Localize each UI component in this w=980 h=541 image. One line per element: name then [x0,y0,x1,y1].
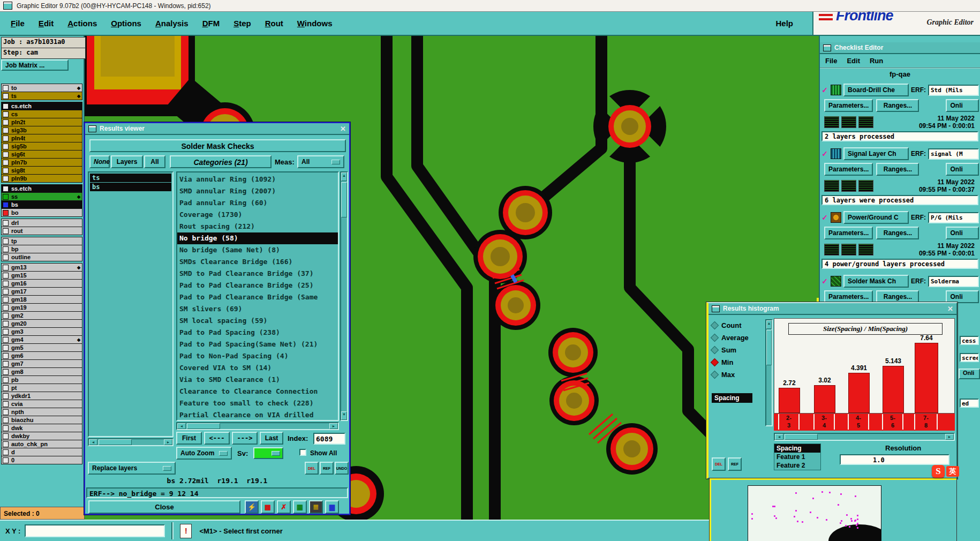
erf-field[interactable]: P/G (Mils [928,212,979,223]
layer-row-gm6[interactable]: gm6 [1,351,82,360]
layer-row-0[interactable]: 0 [1,456,82,464]
run-thumbnail-icon[interactable] [841,244,856,256]
menu-options[interactable]: Options [111,19,141,28]
menu-help[interactable]: Help [775,19,793,28]
category-item[interactable]: Pad to Pad Clearance Bridge (25) [177,280,338,291]
category-hscrollbar[interactable]: ◄ ► [176,422,339,430]
layer-row-pln2t[interactable]: pln2t [1,118,82,126]
menu-windows[interactable]: Windows [297,19,333,28]
layer-row-sig3b[interactable]: sig3b [1,126,82,134]
layer-checkbox[interactable] [3,186,9,192]
layer-row-auto_chk_pn[interactable]: auto_chk_pn [1,440,82,448]
resolution-field[interactable]: 1.0 [840,454,949,465]
layer-row-cs[interactable]: cs [1,110,82,118]
layer-checkbox[interactable] [3,160,9,166]
layer-checkbox[interactable] [3,127,9,133]
measure-item[interactable]: Feature 1 [774,453,820,461]
layer-checkbox[interactable] [3,321,9,327]
layer-checkbox[interactable] [3,337,9,343]
measure-item[interactable]: Feature 2 [774,461,820,470]
layer-row-pln7b[interactable]: pln7b [1,158,82,167]
scroll-thumb[interactable] [187,423,220,429]
check-name-button[interactable]: Board-Drill Che [843,84,909,96]
category-item[interactable]: SMDs Clearance Bridge (166) [177,256,338,268]
layer-checkbox[interactable] [3,85,9,91]
layer-checkbox[interactable] [3,393,9,399]
layer-checkbox[interactable] [3,210,9,216]
layer-checkbox[interactable] [3,144,9,149]
layer-checkbox[interactable] [3,305,9,311]
filter-layers-button[interactable]: Layers [111,155,143,168]
layers-hscrollbar[interactable]: ◄ ► [88,438,174,446]
filter-all-button[interactable]: All [144,155,165,168]
menu-step[interactable]: Step [233,19,251,28]
scroll-down-icon[interactable]: ▼ [341,411,347,420]
layer-row-dwkby[interactable]: dwkby [1,432,82,440]
layer-row-pt[interactable]: pt [1,384,82,392]
layer-checkbox[interactable] [3,238,9,244]
layer-checkbox[interactable] [3,176,9,182]
ref-button[interactable]: REF [320,462,334,475]
zap-icon[interactable]: ⚡ [245,500,259,514]
show-all-checkbox[interactable] [299,449,306,456]
layer-row-cs.etch[interactable]: cs.etch [1,102,82,110]
clipped-fragment[interactable]: Onli [959,369,980,379]
results-viewer-titlebar[interactable]: Results viewer ✕ [85,123,349,135]
scroll-left-icon[interactable]: ◄ [89,439,97,445]
del-button[interactable]: DEL [712,457,726,471]
scroll-right-icon[interactable]: ► [329,423,338,429]
checkbox-checked-icon[interactable]: ✓ [821,213,828,222]
category-item[interactable]: Pad to Non-Pad Spacing (4) [177,350,338,362]
category-item[interactable]: SMD annular Ring (2007) [177,185,338,197]
layer-row-ydkdr1[interactable]: ydkdr1 [1,392,82,400]
layer-checkbox[interactable] [3,273,9,279]
layer-checkbox[interactable] [3,202,9,208]
layer-checkbox[interactable] [3,136,9,141]
layer-checkbox[interactable] [3,254,9,260]
layer-checkbox[interactable] [3,297,9,303]
histogram-vscrollbar[interactable]: ▲ [765,319,773,426]
menu-file[interactable]: File [11,19,25,28]
category-item[interactable]: Rout spacing (212) [177,221,338,232]
online-button[interactable]: Onli [946,99,979,112]
histogram-titlebar[interactable]: Results histogram ✕ [708,303,956,315]
layer-row-gm3[interactable]: gm3 [1,327,82,336]
category-item[interactable]: Partial Clearance on VIA drilled [177,409,338,421]
menu-file[interactable]: File [825,57,837,65]
close-icon[interactable]: ✕ [947,305,953,313]
sogou-icon[interactable]: S [932,465,945,478]
histogram-hscrollbar[interactable]: ◄ ► [774,433,955,441]
layer-row-gm2[interactable]: gm2 [1,311,82,320]
parameters-button[interactable]: Parameters... [824,99,873,112]
category-item[interactable]: SM slivers (69) [177,303,338,315]
layer-row-tp[interactable]: tp [1,237,82,245]
stat-option-max[interactable]: Max [712,369,765,381]
layer-checkbox[interactable] [3,345,9,351]
layer-checkbox[interactable] [3,246,9,252]
online-button[interactable]: Onli [946,290,979,303]
layer-row-gm16[interactable]: gm16 [1,279,82,288]
parameters-button[interactable]: Parameters... [824,163,873,176]
layer-checkbox[interactable] [3,281,9,287]
layer-checkbox[interactable] [3,425,9,431]
layer-row-gm15[interactable]: gm15 [1,271,82,280]
close-icon[interactable]: ✕ [340,125,346,133]
layer-row-pln4t[interactable]: pln4t [1,134,82,142]
del-button[interactable]: DEL [305,462,319,475]
layer-row-sig5b[interactable]: sig5b [1,142,82,151]
category-item[interactable]: Pad to Pad Spacing (238) [177,327,338,339]
fill-icon[interactable]: ▩ [261,500,275,514]
layer-row-sig6t[interactable]: sig6t [1,150,82,159]
ref-button[interactable]: REF [728,457,742,471]
layer-checkbox[interactable] [3,103,9,109]
layer-checkbox[interactable] [3,194,9,200]
layer-checkbox[interactable] [3,377,9,383]
category-item[interactable]: No bridge (Same Net) (8) [177,244,338,256]
layer-checkbox[interactable] [3,265,9,270]
layer-row-bs[interactable]: bs [1,200,82,209]
layer-checkbox[interactable] [3,433,9,439]
layer-checkbox[interactable] [3,353,9,359]
check-name-button[interactable]: Solder Mask Ch [843,275,909,288]
replace-layers-dropdown[interactable]: Replace layers [88,462,176,475]
layer-row-dwk[interactable]: dwk [1,424,82,432]
